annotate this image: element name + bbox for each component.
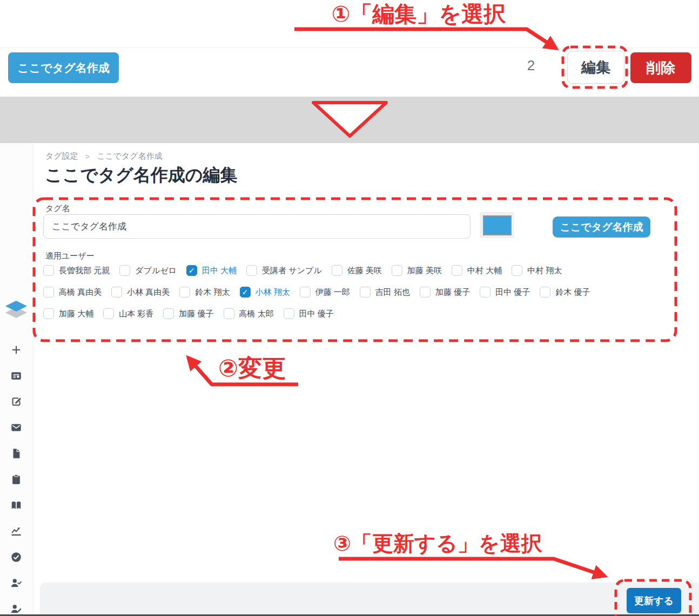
- annotation-arrow-step1: [294, 29, 556, 49]
- checkbox-unchecked-icon[interactable]: [300, 287, 311, 297]
- user-checkbox-item[interactable]: 受講者 サンプル: [246, 265, 322, 276]
- user-checkbox-item[interactable]: 高橋 太郎: [224, 308, 274, 319]
- user-checkbox-item[interactable]: 加藤 優子: [420, 287, 470, 297]
- user-checkbox-item[interactable]: 田中 優子: [480, 287, 530, 297]
- user-checkbox-item[interactable]: 伊藤 一郎: [300, 287, 350, 297]
- checkbox-unchecked-icon[interactable]: [224, 308, 234, 319]
- footer-bar: [40, 583, 699, 616]
- checkbox-checked-icon[interactable]: ✓: [186, 265, 197, 276]
- checkbox-unchecked-icon[interactable]: [452, 265, 462, 276]
- checkbox-unchecked-icon[interactable]: [43, 265, 54, 276]
- user-name-label: 佐藤 美咲: [347, 266, 382, 276]
- user-name-label: 受講者 サンプル: [262, 266, 322, 276]
- checkbox-unchecked-icon[interactable]: [284, 308, 294, 319]
- user-name-label: 中村 大輔: [467, 266, 502, 276]
- chevron-right-icon: >: [85, 152, 90, 161]
- user-checkbox-item[interactable]: 田中 優子: [284, 308, 334, 319]
- checkbox-unchecked-icon[interactable]: [111, 287, 122, 297]
- user-name-label: 田中 大輔: [202, 266, 237, 276]
- checkbox-unchecked-icon[interactable]: [512, 265, 522, 276]
- user-checkbox-item[interactable]: 吉田 拓也: [360, 287, 410, 297]
- user-name-label: 田中 優子: [299, 309, 334, 319]
- check-circle-icon[interactable]: [10, 551, 22, 563]
- user-checkbox-item[interactable]: 加藤 美咲: [392, 265, 442, 276]
- checkbox-unchecked-icon[interactable]: [332, 265, 342, 276]
- checkbox-unchecked-icon[interactable]: [360, 287, 371, 297]
- edit-button[interactable]: 編集: [567, 51, 624, 84]
- checkbox-unchecked-icon[interactable]: [43, 308, 54, 319]
- tag-name-chip-button[interactable]: ここでタグ名作成: [8, 52, 119, 83]
- user-checkbox-row: 長曽我部 元親ダブルゼロ✓田中 大輔受講者 サンプル佐藤 美咲加藤 美咲中村 大…: [43, 264, 590, 277]
- user-name-label: 鈴木 優子: [555, 287, 590, 297]
- clipboard-icon[interactable]: [10, 473, 22, 485]
- user-checkbox-item[interactable]: 鈴木 優子: [540, 287, 590, 297]
- delete-button[interactable]: 削除: [630, 52, 691, 83]
- sidebar: [0, 143, 32, 616]
- tag-name-input[interactable]: [43, 214, 471, 239]
- user-checkbox-item[interactable]: 加藤 大輔: [43, 308, 93, 319]
- envelope-icon[interactable]: [10, 422, 22, 434]
- user-checkbox-item[interactable]: 中村 大輔: [452, 265, 502, 276]
- user-checkbox-item[interactable]: ✓田中 大輔: [186, 265, 237, 276]
- checkbox-checked-icon[interactable]: ✓: [240, 287, 251, 297]
- checkbox-unchecked-icon[interactable]: [43, 287, 54, 297]
- checkbox-unchecked-icon[interactable]: [420, 287, 431, 297]
- annotation-arrow-step3: [339, 559, 605, 576]
- user-name-label: 加藤 優子: [179, 309, 213, 319]
- user-checkbox-item[interactable]: ダブルゼロ: [119, 265, 177, 276]
- user-checkbox-row: 高橋 真由美小林 真由美鈴木 翔太✓小林 翔太伊藤 一郎吉田 拓也加藤 優子田中…: [43, 286, 590, 299]
- user-checkbox-item[interactable]: 小林 真由美: [111, 287, 170, 297]
- checkbox-unchecked-icon[interactable]: [246, 265, 257, 276]
- user-name-label: 田中 優子: [495, 287, 530, 297]
- checkbox-unchecked-icon[interactable]: [392, 265, 402, 276]
- breadcrumb: タグ設定 > ここでタグ名作成: [45, 151, 163, 161]
- tag-name-label: タグ名: [45, 204, 70, 214]
- layers-logo-icon[interactable]: [4, 300, 28, 321]
- page-title: ここでタグ名作成の編集: [45, 164, 238, 187]
- checkbox-unchecked-icon[interactable]: [163, 308, 174, 319]
- user-checkbox-item[interactable]: 加藤 優子: [163, 308, 213, 319]
- compose-icon[interactable]: [10, 396, 22, 408]
- user-checkbox-item[interactable]: 長曽我部 元親: [43, 265, 110, 276]
- user-name-label: 加藤 大輔: [59, 309, 93, 319]
- user-checkbox-rows: 長曽我部 元親ダブルゼロ✓田中 大輔受講者 サンプル佐藤 美咲加藤 美咲中村 大…: [43, 264, 590, 320]
- page: ①「編集」を選択 ②変更 ③「更新する」を選択 ここでタグ名作成 2 編集 削除: [0, 0, 699, 616]
- user-checkbox-item[interactable]: ✓小林 翔太: [240, 287, 290, 297]
- user-name-label: ダブルゼロ: [135, 266, 177, 276]
- user-checkbox-item[interactable]: 山本 彩香: [103, 308, 153, 319]
- user-checkbox-item[interactable]: 中村 翔太: [512, 265, 562, 276]
- user-name-label: 高橋 真由美: [59, 287, 102, 297]
- checkbox-unchecked-icon[interactable]: [103, 308, 114, 319]
- chart-icon[interactable]: [10, 525, 22, 537]
- checkbox-unchecked-icon[interactable]: [480, 287, 490, 297]
- checkbox-unchecked-icon[interactable]: [179, 287, 190, 297]
- update-button[interactable]: 更新する: [627, 588, 681, 613]
- user-checkbox-item[interactable]: 高橋 真由美: [43, 287, 102, 297]
- user-checkbox-item[interactable]: 佐藤 美咲: [332, 265, 382, 276]
- user-name-label: 鈴木 翔太: [195, 287, 230, 297]
- annotation-step2: ②変更: [218, 354, 286, 382]
- tag-color-picker[interactable]: [480, 212, 514, 238]
- document-icon[interactable]: [10, 448, 22, 459]
- user-edit-icon[interactable]: [10, 603, 22, 615]
- checkbox-unchecked-icon[interactable]: [540, 287, 550, 297]
- user-checkbox-item[interactable]: 鈴木 翔太: [179, 287, 230, 297]
- toolbar-divider: [0, 48, 699, 48]
- user-name-label: 山本 彩香: [119, 309, 153, 319]
- book-icon[interactable]: [10, 499, 22, 511]
- breadcrumb-parent[interactable]: タグ設定: [45, 151, 78, 161]
- annotation-step3: ③「更新する」を選択: [333, 531, 542, 556]
- user-name-label: 小林 翔太: [256, 287, 290, 297]
- applied-users-label: 適用ユーザー: [45, 251, 95, 261]
- user-check-icon[interactable]: [10, 577, 22, 589]
- selected-count: 2: [523, 57, 539, 74]
- user-checkbox-row: 加藤 大輔山本 彩香加藤 優子高橋 太郎田中 優子: [43, 307, 590, 320]
- checkbox-unchecked-icon[interactable]: [119, 265, 130, 276]
- user-name-label: 高橋 太郎: [239, 309, 274, 319]
- newspaper-icon[interactable]: [10, 370, 22, 382]
- plus-icon[interactable]: [10, 344, 22, 356]
- user-name-label: 加藤 優子: [435, 287, 470, 297]
- user-name-label: 中村 翔太: [527, 266, 562, 276]
- tag-preview-button[interactable]: ここでタグ名作成: [553, 216, 650, 238]
- tag-color-swatch[interactable]: [483, 215, 512, 235]
